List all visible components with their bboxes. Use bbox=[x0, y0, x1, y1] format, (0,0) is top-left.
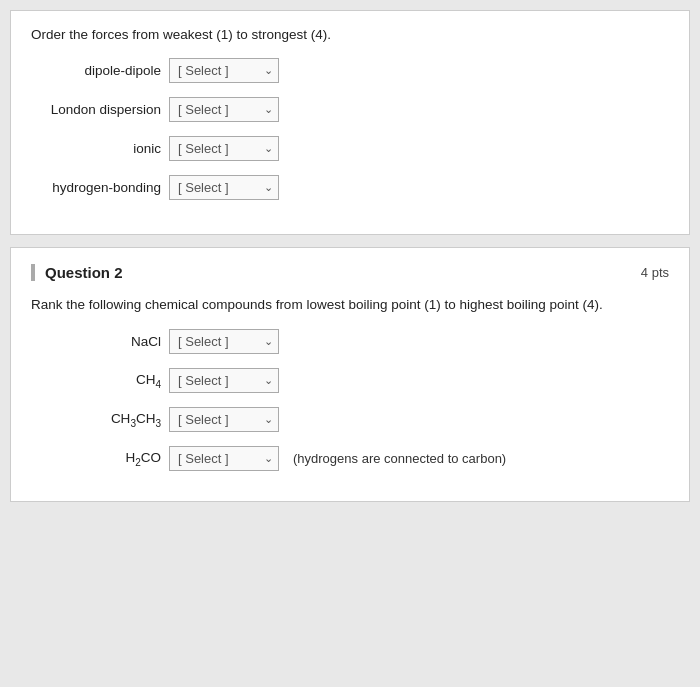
select-ionic[interactable]: [ Select ] 1 2 3 4 bbox=[169, 136, 279, 161]
force-label-ionic: ionic bbox=[31, 141, 161, 156]
compound-row-ch3ch3: CH3CH3 [ Select ] 1 2 3 4 ⌄ bbox=[31, 407, 669, 432]
top-prompt: Order the forces from weakest (1) to str… bbox=[31, 27, 669, 42]
force-label-hbonding: hydrogen-bonding bbox=[31, 180, 161, 195]
compound-row-nacl: NaCl [ Select ] 1 2 3 4 ⌄ bbox=[31, 329, 669, 354]
select-dipole[interactable]: [ Select ] 1 2 3 4 bbox=[169, 58, 279, 83]
select-wrapper-h2co: [ Select ] 1 2 3 4 ⌄ bbox=[169, 446, 279, 471]
compound-label-ch4: CH4 bbox=[31, 372, 161, 390]
question2-prompt: Rank the following chemical compounds fr… bbox=[31, 295, 669, 315]
select-h2co[interactable]: [ Select ] 1 2 3 4 bbox=[169, 446, 279, 471]
compound-label-nacl: NaCl bbox=[31, 334, 161, 349]
select-wrapper-ch3ch3: [ Select ] 1 2 3 4 ⌄ bbox=[169, 407, 279, 432]
select-nacl[interactable]: [ Select ] 1 2 3 4 bbox=[169, 329, 279, 354]
select-ch3ch3[interactable]: [ Select ] 1 2 3 4 bbox=[169, 407, 279, 432]
question2-box: Question 2 4 pts Rank the following chem… bbox=[10, 247, 690, 502]
compound-note-h2co: (hydrogens are connected to carbon) bbox=[293, 451, 506, 466]
select-wrapper-dipole: [ Select ] 1 2 3 4 ⌄ bbox=[169, 58, 279, 83]
select-wrapper-ionic: [ Select ] 1 2 3 4 ⌄ bbox=[169, 136, 279, 161]
select-wrapper-nacl: [ Select ] 1 2 3 4 ⌄ bbox=[169, 329, 279, 354]
select-wrapper-hbonding: [ Select ] 1 2 3 4 ⌄ bbox=[169, 175, 279, 200]
select-ch4[interactable]: [ Select ] 1 2 3 4 bbox=[169, 368, 279, 393]
select-wrapper-ch4: [ Select ] 1 2 3 4 ⌄ bbox=[169, 368, 279, 393]
force-row-london: London dispersion [ Select ] 1 2 3 4 ⌄ bbox=[31, 97, 669, 122]
compound-row-h2co: H2CO [ Select ] 1 2 3 4 ⌄ (hydrogens are… bbox=[31, 446, 669, 471]
force-label-london: London dispersion bbox=[31, 102, 161, 117]
select-wrapper-london: [ Select ] 1 2 3 4 ⌄ bbox=[169, 97, 279, 122]
compound-row-ch4: CH4 [ Select ] 1 2 3 4 ⌄ bbox=[31, 368, 669, 393]
select-london[interactable]: [ Select ] 1 2 3 4 bbox=[169, 97, 279, 122]
force-label-dipole: dipole-dipole bbox=[31, 63, 161, 78]
force-row-dipole: dipole-dipole [ Select ] 1 2 3 4 ⌄ bbox=[31, 58, 669, 83]
question2-header: Question 2 4 pts bbox=[31, 264, 669, 281]
force-row-ionic: ionic [ Select ] 1 2 3 4 ⌄ bbox=[31, 136, 669, 161]
compound-label-ch3ch3: CH3CH3 bbox=[31, 411, 161, 429]
select-hbonding[interactable]: [ Select ] 1 2 3 4 bbox=[169, 175, 279, 200]
question2-pts: 4 pts bbox=[641, 265, 669, 280]
question1-box: Order the forces from weakest (1) to str… bbox=[10, 10, 690, 235]
compound-label-h2co: H2CO bbox=[31, 450, 161, 468]
force-row-hbonding: hydrogen-bonding [ Select ] 1 2 3 4 ⌄ bbox=[31, 175, 669, 200]
question2-title: Question 2 bbox=[45, 264, 123, 281]
